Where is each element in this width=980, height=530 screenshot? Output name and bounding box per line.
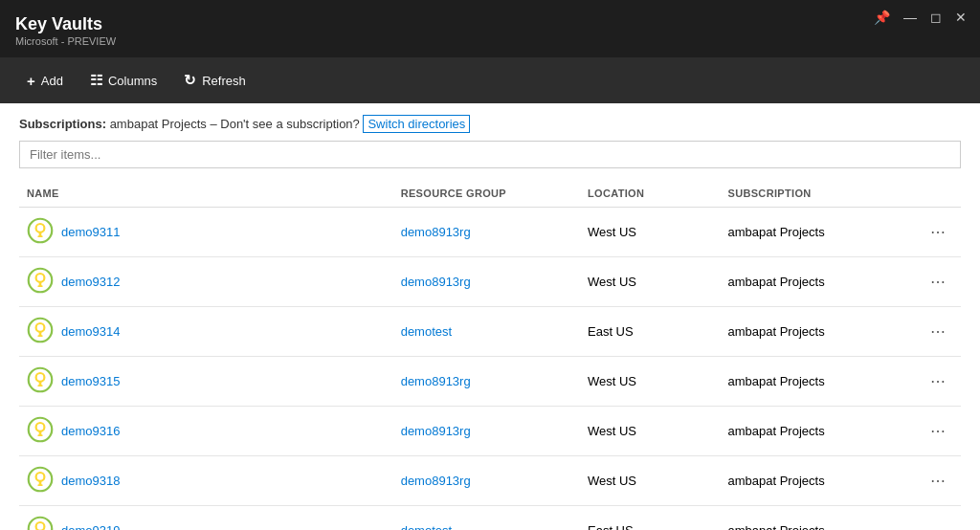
resource-group-link[interactable]: demotest [401, 523, 452, 530]
cell-subscription: ambapat Projects [720, 456, 906, 506]
table-row: demo9311 demo8913rg West US ambapat Proj… [19, 208, 961, 257]
keyvault-name-link[interactable]: demo9318 [61, 474, 120, 488]
cell-subscription: ambapat Projects [720, 407, 906, 456]
filter-input-wrap [19, 141, 961, 168]
cell-subscription: ambapat Projects [720, 506, 906, 531]
svg-point-17 [36, 423, 45, 431]
cell-subscription: ambapat Projects [720, 307, 906, 357]
cell-more: ⋯ [907, 208, 961, 257]
col-header-rg: RESOURCE GROUP [393, 182, 580, 208]
more-options-button[interactable]: ⋯ [924, 420, 953, 442]
cell-resource-group: demo8913rg [393, 407, 580, 456]
keyvault-icon [27, 317, 54, 346]
cell-more: ⋯ [907, 257, 961, 307]
close-icon[interactable]: ✕ [955, 10, 967, 25]
cell-resource-group: demo8913rg [393, 357, 580, 407]
table-row: demo9319 demotest East US ambapat Projec… [19, 506, 961, 531]
app-subtitle: Microsoft - PREVIEW [15, 35, 965, 47]
svg-point-9 [36, 323, 45, 332]
cell-more: ⋯ [907, 357, 961, 407]
columns-button[interactable]: ☷ Columns [78, 64, 168, 97]
svg-point-5 [36, 274, 45, 282]
resource-group-link[interactable]: demo8913rg [401, 424, 471, 438]
cell-location: West US [580, 357, 721, 407]
cell-location: West US [580, 208, 721, 257]
cell-resource-group: demo8913rg [393, 208, 580, 257]
cell-resource-group: demo8913rg [393, 257, 580, 307]
keyvault-name-link[interactable]: demo9312 [61, 275, 120, 289]
filter-input[interactable] [19, 141, 961, 168]
keyvault-name-link[interactable]: demo9316 [61, 424, 120, 438]
minimize-icon[interactable]: — [903, 10, 917, 25]
svg-point-24 [29, 518, 53, 530]
svg-point-20 [29, 468, 53, 492]
content-area: Subscriptions: ambapat Projects – Don't … [0, 103, 980, 530]
cell-location: West US [580, 407, 721, 456]
refresh-label: Refresh [202, 74, 246, 88]
resource-group-link[interactable]: demo8913rg [401, 275, 471, 289]
col-header-location: LOCATION [580, 182, 721, 208]
cell-name: demo9319 [19, 506, 393, 531]
col-header-name: NAME [19, 182, 393, 208]
svg-point-4 [29, 269, 53, 293]
resource-group-link[interactable]: demo8913rg [401, 474, 471, 488]
table-row: demo9315 demo8913rg West US ambapat Proj… [19, 357, 961, 407]
refresh-button[interactable]: ↻ Refresh [172, 64, 257, 97]
cell-more: ⋯ [907, 506, 961, 531]
table-row: demo9316 demo8913rg West US ambapat Proj… [19, 407, 961, 456]
table-row: demo9312 demo8913rg West US ambapat Proj… [19, 257, 961, 307]
svg-point-25 [36, 522, 45, 530]
switch-directories-link[interactable]: Switch directories [363, 115, 470, 133]
cell-more: ⋯ [907, 407, 961, 456]
cell-location: East US [580, 307, 721, 357]
cell-more: ⋯ [907, 456, 961, 506]
cell-resource-group: demotest [393, 506, 580, 531]
keyvault-table: NAME RESOURCE GROUP LOCATION SUBSCRIPTIO… [19, 182, 961, 530]
svg-point-16 [29, 418, 53, 442]
more-options-button[interactable]: ⋯ [924, 470, 953, 492]
subscription-bar: Subscriptions: ambapat Projects – Don't … [19, 117, 961, 131]
more-options-button[interactable]: ⋯ [924, 320, 953, 342]
more-options-button[interactable]: ⋯ [924, 519, 953, 530]
window-controls: 📌 — ◻ ✕ [874, 10, 967, 25]
maximize-icon[interactable]: ◻ [930, 10, 942, 25]
title-bar: Key Vaults Microsoft - PREVIEW 📌 — ◻ ✕ [0, 0, 980, 57]
add-button[interactable]: + Add [15, 65, 75, 97]
svg-rect-19 [37, 434, 42, 436]
cell-location: West US [580, 456, 721, 506]
cell-subscription: ambapat Projects [720, 208, 906, 257]
more-options-button[interactable]: ⋯ [924, 221, 953, 243]
keyvault-name-link[interactable]: demo9314 [61, 324, 120, 339]
resource-group-link[interactable]: demo8913rg [401, 374, 471, 388]
resource-group-link[interactable]: demotest [401, 324, 452, 339]
keyvault-icon [27, 217, 54, 247]
svg-point-13 [36, 373, 45, 382]
svg-rect-15 [37, 385, 42, 386]
cell-resource-group: demo8913rg [393, 456, 580, 506]
pin-icon[interactable]: 📌 [874, 10, 890, 25]
cell-name: demo9318 [19, 456, 393, 506]
svg-rect-7 [37, 285, 42, 287]
cell-location: East US [580, 506, 721, 531]
more-options-button[interactable]: ⋯ [924, 370, 953, 392]
cell-name: demo9316 [19, 407, 393, 456]
subscription-label: Subscriptions: [19, 117, 106, 131]
keyvault-icon [27, 516, 54, 530]
svg-point-0 [29, 219, 53, 243]
svg-rect-11 [37, 335, 42, 337]
svg-point-1 [36, 224, 45, 232]
keyvault-name-link[interactable]: demo9315 [61, 374, 120, 388]
keyvault-name-link[interactable]: demo9311 [61, 225, 120, 239]
table-body: demo9311 demo8913rg West US ambapat Proj… [19, 208, 961, 531]
cell-name: demo9315 [19, 357, 393, 407]
keyvault-icon [27, 466, 54, 496]
keyvault-name-link[interactable]: demo9319 [61, 523, 120, 530]
svg-point-21 [36, 473, 45, 481]
columns-label: Columns [108, 74, 157, 88]
svg-point-12 [29, 368, 53, 392]
resource-group-link[interactable]: demo8913rg [401, 225, 471, 239]
cell-name: demo9311 [19, 208, 393, 257]
more-options-button[interactable]: ⋯ [924, 271, 953, 293]
svg-rect-23 [37, 484, 42, 486]
table-row: demo9318 demo8913rg West US ambapat Proj… [19, 456, 961, 506]
